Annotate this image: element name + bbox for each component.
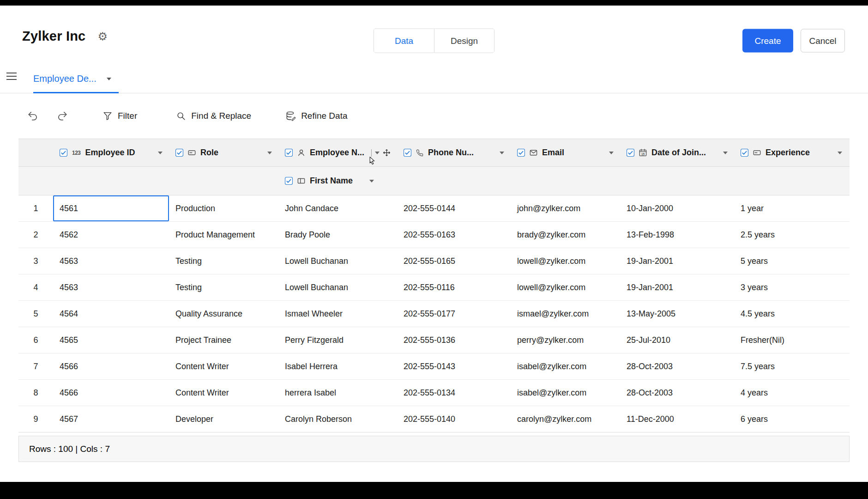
cell-r8-c4[interactable]: 202-555-0134 [397, 380, 511, 406]
chevron-down-icon[interactable] [723, 152, 728, 154]
cell-r4-c3[interactable]: Lowell Buchanan [278, 274, 397, 300]
cell-r8-c5[interactable]: isabel@zylker.com [511, 380, 620, 406]
row-number[interactable]: 4 [18, 274, 53, 300]
row-number[interactable]: 1 [18, 195, 53, 221]
chevron-down-icon[interactable] [838, 152, 842, 154]
cell-r5-c1[interactable]: 4564 [53, 301, 169, 327]
cell-r6-c5[interactable]: perry@zylker.com [511, 327, 620, 353]
cell-r2-c7[interactable]: 2.5 years [734, 222, 849, 248]
cell-r3-c6[interactable]: 19-Jan-2001 [620, 248, 734, 274]
refine-data-button[interactable]: Refine Data [285, 111, 347, 122]
cell-r4-c1[interactable]: 4563 [53, 274, 169, 300]
chevron-down-icon[interactable] [609, 152, 614, 154]
cell-r7-c4[interactable]: 202-555-0143 [397, 353, 511, 379]
sheet-tab-employee-details[interactable]: Employee De... [33, 73, 119, 93]
cell-r2-c3[interactable]: Brady Poole [278, 222, 397, 248]
column-header-date-of-join[interactable]: 15Date of Join... [620, 139, 734, 166]
cell-r8-c7[interactable]: 4 years [734, 380, 849, 406]
chevron-down-icon[interactable] [375, 152, 380, 154]
cell-r1-c4[interactable]: 202-555-0144 [397, 195, 511, 221]
cell-r2-c6[interactable]: 13-Feb-1998 [620, 222, 734, 248]
cell-r1-c3[interactable]: John Candace [278, 195, 397, 221]
row-number[interactable]: 7 [18, 353, 53, 379]
cell-r9-c3[interactable]: Carolyn Roberson [278, 406, 397, 432]
cell-r7-c5[interactable]: isabel@zylker.com [511, 353, 620, 379]
cancel-button[interactable]: Cancel [801, 29, 845, 53]
cell-r2-c1[interactable]: 4562 [53, 222, 169, 248]
column-drag-handle[interactable] [371, 149, 391, 157]
row-number[interactable]: 9 [18, 406, 53, 432]
cell-r9-c2[interactable]: Developer [169, 406, 278, 432]
row-number[interactable]: 5 [18, 301, 53, 327]
cell-r9-c1[interactable]: 4567 [53, 406, 169, 432]
cell-r9-c5[interactable]: carolyn@zylker.com [511, 406, 620, 432]
column-header-experience[interactable]: Experience [734, 139, 849, 166]
hamburger-icon[interactable] [6, 73, 17, 80]
redo-button[interactable] [56, 110, 68, 122]
cell-r5-c4[interactable]: 202-555-0177 [397, 301, 511, 327]
cell-r4-c7[interactable]: 3 years [734, 274, 849, 300]
cell-r8-c6[interactable]: 28-Oct-2003 [620, 380, 734, 406]
undo-button[interactable] [27, 110, 39, 122]
cell-r4-c4[interactable]: 202-555-0116 [397, 274, 511, 300]
cell-r3-c4[interactable]: 202-555-0165 [397, 248, 511, 274]
gear-icon[interactable]: ⚙ [97, 30, 108, 42]
column-checkbox[interactable] [175, 149, 183, 157]
cell-r3-c5[interactable]: lowell@zylker.com [511, 248, 620, 274]
column-checkbox[interactable] [517, 149, 525, 157]
cell-r9-c6[interactable]: 11-Dec-2000 [620, 406, 734, 432]
cell-r4-c2[interactable]: Testing [169, 274, 278, 300]
cell-r7-c6[interactable]: 28-Oct-2003 [620, 353, 734, 379]
cell-r7-c1[interactable]: 4566 [53, 353, 169, 379]
cell-r9-c7[interactable]: 6 years [734, 406, 849, 432]
column-header-role[interactable]: Role [169, 139, 278, 166]
cell-r6-c2[interactable]: Project Trainee [169, 327, 278, 353]
cell-r9-c4[interactable]: 202-555-0140 [397, 406, 511, 432]
cell-r8-c2[interactable]: Content Writer [169, 380, 278, 406]
chevron-down-icon[interactable] [369, 180, 374, 183]
cell-r3-c7[interactable]: 5 years [734, 248, 849, 274]
tab-data[interactable]: Data [374, 29, 434, 53]
column-checkbox[interactable] [741, 149, 748, 157]
cell-r3-c3[interactable]: Lowell Buchanan [278, 248, 397, 274]
column-checkbox[interactable] [627, 149, 634, 157]
row-number[interactable]: 3 [18, 248, 53, 274]
cell-r1-c2[interactable]: Production [169, 195, 278, 221]
cell-r2-c5[interactable]: brady@zylker.com [511, 222, 620, 248]
cell-r2-c4[interactable]: 202-555-0163 [397, 222, 511, 248]
cell-r8-c3[interactable]: herrera Isabel [278, 380, 397, 406]
cell-r5-c2[interactable]: Quality Assurance [169, 301, 278, 327]
cell-r7-c2[interactable]: Content Writer [169, 353, 278, 379]
chevron-down-icon[interactable] [267, 152, 272, 154]
tab-design[interactable]: Design [434, 29, 494, 53]
subcolumn-header-first-name[interactable]: First Name [278, 167, 397, 195]
row-number[interactable]: 6 [18, 327, 53, 353]
cell-r7-c7[interactable]: 7.5 years [734, 353, 849, 379]
filter-button[interactable]: Filter [102, 111, 137, 121]
column-header-employee-id[interactable]: 123Employee ID [53, 139, 169, 166]
column-header-email[interactable]: Email [511, 139, 620, 166]
cell-r2-c2[interactable]: Product Management [169, 222, 278, 248]
cell-r1-c5[interactable]: john@zylker.com [511, 195, 620, 221]
cell-r6-c7[interactable]: Fresher(Nil) [734, 327, 849, 353]
cell-r6-c1[interactable]: 4565 [53, 327, 169, 353]
column-checkbox[interactable] [404, 149, 411, 157]
column-header-phone-nu[interactable]: Phone Nu... [397, 139, 511, 166]
cell-r6-c4[interactable]: 202-555-0136 [397, 327, 511, 353]
cell-r5-c6[interactable]: 13-May-2005 [620, 301, 734, 327]
cell-r6-c3[interactable]: Perry Fitzgerald [278, 327, 397, 353]
chevron-down-icon[interactable] [500, 152, 504, 154]
column-checkbox[interactable] [285, 149, 293, 157]
column-header-employee-n[interactable]: Employee N... [278, 139, 397, 166]
row-number[interactable]: 2 [18, 222, 53, 248]
cell-r5-c3[interactable]: Ismael Wheeler [278, 301, 397, 327]
find-replace-button[interactable]: Find & Replace [176, 111, 251, 121]
row-number[interactable]: 8 [18, 380, 53, 406]
column-checkbox[interactable] [285, 177, 293, 185]
create-button[interactable]: Create [742, 29, 793, 53]
chevron-down-icon[interactable] [158, 152, 163, 154]
cell-r1-c6[interactable]: 10-Jan-2000 [620, 195, 734, 221]
cell-r3-c2[interactable]: Testing [169, 248, 278, 274]
cell-r5-c5[interactable]: ismael@zylker.com [511, 301, 620, 327]
cell-r7-c3[interactable]: Isabel Herrera [278, 353, 397, 379]
